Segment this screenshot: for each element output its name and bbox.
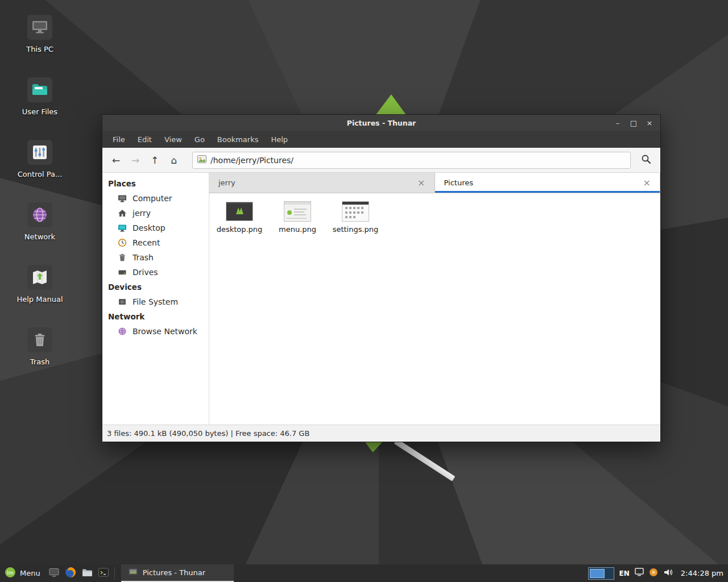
image-thumbnail xyxy=(284,201,311,222)
mint-logo-icon: lm xyxy=(5,567,16,580)
sidebar-item-label: Drives xyxy=(133,268,158,277)
sidebar: Places Computer jerry Desktop Recent Tra… xyxy=(102,173,209,425)
file-view[interactable]: desktop.png menu.png settings.png xyxy=(209,193,660,425)
menu-view[interactable]: View xyxy=(159,133,188,146)
filesystem-drive-icon xyxy=(118,297,127,306)
forward-button[interactable]: → xyxy=(126,152,144,169)
file-settings-png[interactable]: settings.png xyxy=(326,200,384,234)
search-button[interactable] xyxy=(636,152,656,169)
tab-close-icon[interactable]: × xyxy=(643,178,651,188)
sidebar-item-label: File System xyxy=(133,297,178,306)
desktop-icon-trash[interactable]: Trash xyxy=(10,327,69,366)
terminal-launcher[interactable] xyxy=(96,564,112,582)
desktop-icon-control-panel[interactable]: Control Pa... xyxy=(10,140,69,178)
folder-icon xyxy=(27,77,52,105)
help-manual-icon xyxy=(27,265,52,292)
sidebar-header-network: Network xyxy=(102,309,209,324)
desktop-icon-this-pc[interactable]: This PC xyxy=(10,15,69,53)
file-name: menu.png xyxy=(279,225,316,234)
path-bar[interactable]: /home/jerry/Pictures/ xyxy=(192,152,631,169)
maximize-button[interactable]: □ xyxy=(627,117,640,129)
sidebar-item-label: Recent xyxy=(133,238,160,247)
firefox-launcher[interactable] xyxy=(63,564,79,582)
desktop-icon-label: This PC xyxy=(26,45,53,53)
desktop-icon-user-files[interactable]: User Files xyxy=(10,77,69,116)
firefox-icon xyxy=(64,566,77,581)
start-menu-label: Menu xyxy=(20,569,40,577)
status-text: 3 files: 490.1 kB (490,050 bytes) | Free… xyxy=(107,429,309,438)
back-button[interactable]: ← xyxy=(107,152,125,169)
file-desktop-png[interactable]: desktop.png xyxy=(210,200,268,234)
status-bar: 3 files: 490.1 kB (490,050 bytes) | Free… xyxy=(102,425,660,442)
menu-file[interactable]: File xyxy=(107,133,131,146)
tab-jerry[interactable]: jerry × xyxy=(209,173,435,193)
image-thumbnail xyxy=(226,201,253,222)
desktop-icon-label: User Files xyxy=(22,107,57,116)
sidebar-item-computer[interactable]: Computer xyxy=(102,191,209,206)
search-icon xyxy=(641,154,651,166)
tab-label: jerry xyxy=(218,178,235,187)
toolbar: ← → ↑ ⌂ /home/jerry/Pictures/ xyxy=(102,148,660,173)
volume-icon[interactable] xyxy=(663,568,673,579)
trash-icon xyxy=(27,327,52,355)
clock[interactable]: 2:44:28 pm xyxy=(679,569,723,577)
desktop-icon-network[interactable]: Network xyxy=(10,202,69,241)
tab-label: Pictures xyxy=(444,178,473,187)
computer-icon xyxy=(118,194,127,203)
system-tray: EN 2:44:28 pm xyxy=(588,564,728,582)
sidebar-item-label: Desktop xyxy=(133,223,166,232)
computer-icon xyxy=(27,15,52,42)
task-button-thunar[interactable]: Pictures - Thunar xyxy=(121,564,234,582)
sidebar-item-home-jerry[interactable]: jerry xyxy=(102,206,209,221)
menu-edit[interactable]: Edit xyxy=(132,133,158,146)
tab-close-icon[interactable]: × xyxy=(417,178,425,188)
sidebar-header-devices: Devices xyxy=(102,280,209,294)
sidebar-item-label: Trash xyxy=(133,253,154,262)
desktop-icon-label: Network xyxy=(24,232,55,241)
sidebar-item-desktop[interactable]: Desktop xyxy=(102,221,209,235)
start-menu-button[interactable]: lm Menu xyxy=(0,564,46,582)
terminal-icon xyxy=(97,566,110,581)
sidebar-header-places: Places xyxy=(102,176,209,191)
image-file-icon xyxy=(197,155,206,165)
desktop-icon-label: Help Manual xyxy=(16,295,63,304)
files-launcher[interactable] xyxy=(79,564,96,582)
keyboard-layout-indicator[interactable]: EN xyxy=(619,569,630,577)
sidebar-item-browse-network[interactable]: Browse Network xyxy=(102,324,209,339)
sidebar-item-label: jerry xyxy=(133,209,151,218)
menu-help[interactable]: Help xyxy=(265,133,293,146)
path-text: /home/jerry/Pictures/ xyxy=(210,156,293,165)
desktop-icon-label: Trash xyxy=(30,357,49,366)
show-desktop-icon xyxy=(48,566,60,581)
menu-go[interactable]: Go xyxy=(189,133,210,146)
window-controls: – □ × xyxy=(611,115,656,131)
menu-bookmarks[interactable]: Bookmarks xyxy=(212,133,264,146)
desktop-icon-label: Control Pa... xyxy=(18,170,63,178)
sidebar-item-recent[interactable]: Recent xyxy=(102,235,209,250)
minimize-button[interactable]: – xyxy=(611,117,624,129)
workspace-pager[interactable] xyxy=(588,567,614,580)
sidebar-item-drives[interactable]: Drives xyxy=(102,265,209,280)
clock-icon xyxy=(118,238,127,247)
drive-icon xyxy=(118,268,127,277)
up-button[interactable]: ↑ xyxy=(146,152,164,169)
home-button[interactable]: ⌂ xyxy=(165,152,183,169)
thunar-window: Pictures - Thunar – □ × File Edit View G… xyxy=(102,114,661,442)
desktop-icon-help-manual[interactable]: Help Manual xyxy=(10,265,69,304)
menubar: File Edit View Go Bookmarks Help xyxy=(102,131,660,148)
display-tray-icon[interactable] xyxy=(635,568,644,579)
file-name: settings.png xyxy=(333,225,379,234)
tab-pictures[interactable]: Pictures × xyxy=(435,173,661,193)
window-title: Pictures - Thunar xyxy=(347,119,416,127)
sidebar-item-file-system[interactable]: File System xyxy=(102,294,209,309)
file-menu-png[interactable]: menu.png xyxy=(268,200,326,234)
close-button[interactable]: × xyxy=(643,117,656,129)
tab-bar: jerry × Pictures × xyxy=(209,173,660,193)
network-globe-icon xyxy=(118,327,127,336)
window-content: Places Computer jerry Desktop Recent Tra… xyxy=(102,173,660,425)
show-desktop-button[interactable] xyxy=(46,564,63,582)
titlebar[interactable]: Pictures - Thunar – □ × xyxy=(102,115,660,131)
update-manager-tray-icon[interactable] xyxy=(649,568,658,579)
sidebar-item-trash[interactable]: Trash xyxy=(102,250,209,265)
main-pane: jerry × Pictures × desktop.png menu.png xyxy=(209,173,660,425)
